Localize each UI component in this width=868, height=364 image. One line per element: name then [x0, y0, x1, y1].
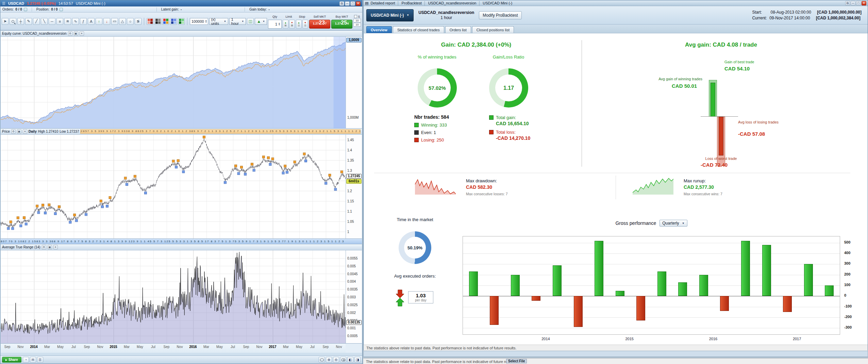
instrument-selector-button[interactable]: USD/CAD Mini (-) ▼	[366, 9, 414, 21]
copy-panel-icon[interactable]: ▣	[74, 31, 78, 36]
wrench-icon[interactable]: ⚙	[42, 245, 46, 249]
share-button[interactable]: ▸ Share	[2, 357, 21, 363]
bar-2015-q3[interactable]	[636, 296, 645, 320]
position-detail-icon[interactable]	[60, 8, 63, 11]
equity-value-axis[interactable]: 1,000M1,0009	[346, 37, 362, 128]
stop-checkbox[interactable]	[354, 15, 357, 18]
arrow-up-icon[interactable]: ↑	[96, 18, 102, 25]
sell-market-button[interactable]: 1.27237	[309, 20, 330, 29]
period-dropdown[interactable]: Quarterly ▼	[660, 220, 687, 227]
menu-icon[interactable]: ☰	[2, 1, 5, 6]
detach-window-button[interactable]: ⧉	[845, 1, 850, 5]
atr-chart-area[interactable]: 0.00550.0050.00450.0040.00350.0030.00250…	[1, 250, 362, 343]
copy-panel-icon[interactable]: ▣	[17, 129, 21, 134]
atr-axis[interactable]: 0.00550.0050.00450.0040.00350.0030.00250…	[346, 250, 362, 343]
palette-green-icon[interactable]	[178, 18, 185, 25]
time-axis[interactable]: SepNov2014MarMayJulSepNov2015MarMayJulSe…	[1, 343, 346, 353]
zoom-out-icon[interactable]: ⊖	[333, 357, 339, 363]
zigzag-icon[interactable]: ≶	[135, 18, 141, 25]
crosshair-icon[interactable]: ┼	[17, 18, 24, 25]
chart-window-titlebar[interactable]: ☰ USDCAD 1.27245 (-0.03%) 14:53:57 USD/C…	[0, 0, 362, 6]
cursor-icon[interactable]: ➤	[2, 18, 9, 25]
panel-left-icon[interactable]: ◧	[347, 357, 353, 363]
bar-2015-q2[interactable]	[616, 291, 624, 296]
close-panel-icon[interactable]: ✕	[53, 245, 58, 249]
order-qty-input[interactable]: 1 ▲▼	[268, 20, 282, 29]
bar-2016-q4[interactable]	[741, 241, 750, 296]
bar-2014-q3[interactable]	[553, 265, 562, 296]
palette-multicolor-icon[interactable]	[162, 18, 169, 25]
bar-2016-q1[interactable]	[678, 282, 687, 296]
orders-detail-icon[interactable]	[24, 8, 27, 11]
camera-icon[interactable]	[340, 357, 346, 363]
timeframe-dropdown[interactable]: 1 hour ▼	[229, 18, 246, 25]
palette-blue-icon[interactable]	[170, 18, 177, 25]
copy-panel-icon[interactable]: ▣	[48, 245, 52, 249]
arrow-down-icon[interactable]: ↓	[103, 18, 110, 25]
stop-value-1-input[interactable]: 10	[353, 19, 361, 22]
bar-2014-q2[interactable]	[532, 296, 540, 301]
units-dropdown[interactable]: (x) units ▼	[209, 18, 228, 25]
window-title-tab[interactable]: Detailed report	[370, 1, 395, 5]
palette-dark-icon[interactable]	[154, 18, 161, 25]
stop-value-2-input[interactable]: 10	[353, 23, 361, 27]
close-panel-icon[interactable]: ✕	[80, 31, 84, 36]
window-title-tab[interactable]: USD/CAD Mini (-)	[483, 1, 512, 5]
close-panel-icon[interactable]: ✕	[23, 129, 27, 134]
close-button[interactable]: ✕	[356, 1, 361, 6]
price-axis[interactable]: 1.451.41.351.31.251.21.151.11.0511.27245…	[346, 135, 362, 238]
mail-icon[interactable]: ✉	[30, 357, 36, 363]
report-window-titlebar[interactable]: ▤ Detailed report│ProBacktest│USDCAD_nca…	[364, 0, 868, 6]
buy-limit-button[interactable]: ▲▦	[283, 20, 288, 29]
parallel-lines-icon[interactable]: ≡	[56, 18, 63, 25]
quantity-stepper[interactable]: 100000 ▲▼	[190, 18, 208, 25]
panel-right-icon[interactable]: ◨	[354, 357, 361, 363]
close-button[interactable]: ✕	[862, 1, 866, 5]
modify-probacktest-button[interactable]: Modify ProBacktest	[479, 11, 521, 19]
wrench-icon[interactable]: ⚙	[11, 129, 16, 134]
palette-red-icon[interactable]	[147, 18, 153, 25]
chart-style-dropdown[interactable]: ▲ ▼	[255, 18, 267, 25]
minimize-button[interactable]: ─	[851, 1, 855, 5]
tab-orders-list[interactable]: Orders list	[445, 26, 471, 33]
fibonacci-icon[interactable]: ≋	[64, 18, 71, 25]
trendline-icon[interactable]: ╱	[33, 18, 40, 25]
rectangle-icon[interactable]: ▭	[111, 18, 118, 25]
triangle-icon[interactable]: △	[119, 18, 126, 25]
detach-window-button[interactable]: ⧉	[339, 1, 344, 6]
bar-2014-q1[interactable]	[511, 275, 520, 296]
bar-2017-q4[interactable]	[825, 285, 834, 296]
maximize-button[interactable]: □	[856, 1, 861, 5]
function-icon[interactable]: ƒ	[80, 18, 87, 25]
equity-chart-area[interactable]: 1,000M1,0009	[1, 37, 362, 128]
pencil-icon[interactable]: ✎	[25, 18, 32, 25]
minimize-button[interactable]: ─	[345, 1, 350, 6]
bar-2016-q3[interactable]	[720, 296, 729, 311]
bar-2015-q4[interactable]	[657, 271, 666, 296]
tab-closed-positions-list[interactable]: Closed positions list	[472, 26, 514, 33]
bar-2016-q2[interactable]	[699, 275, 708, 296]
tab-overview[interactable]: Overview	[366, 26, 392, 33]
chat-icon[interactable]	[319, 357, 325, 363]
segment-icon[interactable]: ╲	[41, 18, 48, 25]
sell-stop-button[interactable]: ▼▥	[302, 20, 308, 29]
bar-2017-q2[interactable]	[783, 296, 792, 312]
bar-2014-q4[interactable]	[574, 296, 583, 327]
bar-2017-q3[interactable]	[804, 264, 813, 296]
candlestick-style-button[interactable]: ◫	[247, 18, 254, 25]
price-chart-area[interactable]: 1.451.41.351.31.251.21.151.11.0511.27245…	[1, 135, 362, 238]
window-title-tab[interactable]: ProBacktest	[401, 1, 421, 5]
buy-stop-button[interactable]: ▲▥	[296, 20, 302, 29]
zoom-in-icon[interactable]: ⊕	[326, 357, 332, 363]
select-file-button[interactable]: Select File	[506, 359, 527, 363]
text-icon[interactable]: A	[88, 18, 95, 25]
bar-2017-q1[interactable]	[762, 245, 771, 296]
ellipse-icon[interactable]: ○	[127, 18, 134, 25]
zoom-icon[interactable]	[10, 18, 16, 25]
sell-limit-button[interactable]: ▼▦	[289, 20, 295, 29]
maximize-button[interactable]: □	[350, 1, 355, 6]
window-title-tab[interactable]: USDCAD_ncandlesreversion	[428, 1, 477, 5]
buy-market-button[interactable]: 1.27254	[331, 20, 352, 29]
bar-2013-q4[interactable]	[490, 296, 499, 325]
horizontal-line-icon[interactable]: ─	[49, 18, 55, 25]
